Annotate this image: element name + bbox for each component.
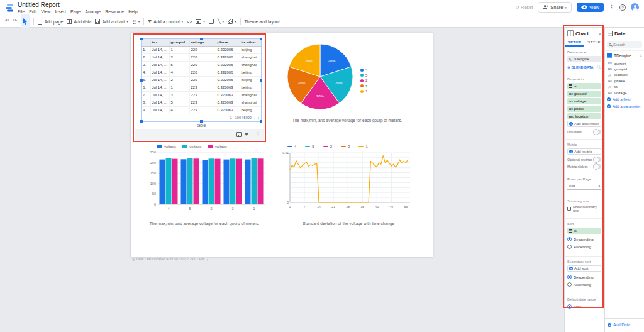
bar-5-s1[interactable] <box>187 158 193 204</box>
add-control-button[interactable]: Add a control▾ <box>148 19 183 24</box>
field-groupid[interactable]: 123groupid <box>605 66 644 72</box>
pie-chart[interactable]: 20%20%20%20%20% 45231 The max,min, and a… <box>279 39 416 123</box>
auto-radio[interactable] <box>567 304 572 309</box>
bar-2-s2[interactable] <box>215 159 221 204</box>
field-ts[interactable]: ◷ts <box>605 84 644 90</box>
table-chart[interactable]: ⋮ ts ▾groupidvoltagephaselocation 1.Jul … <box>142 39 261 121</box>
community-visualizations-button[interactable]: ▾ <box>132 19 140 24</box>
menu-page[interactable]: Page <box>70 9 80 14</box>
optional-metrics-toggle[interactable] <box>593 157 601 162</box>
bar-5-s2[interactable] <box>194 158 199 204</box>
bar-3-s2[interactable] <box>236 159 242 204</box>
table-header-location[interactable]: location <box>240 39 261 46</box>
bar-1-s1[interactable] <box>252 158 257 204</box>
bar-4-s0[interactable] <box>160 160 165 204</box>
add-line-button[interactable]: ╲▾ <box>218 19 224 24</box>
menu-insert[interactable]: Insert <box>55 9 66 14</box>
selection-handle[interactable] <box>140 79 143 82</box>
add-image-button[interactable]: ▾ <box>196 19 205 24</box>
selection-handle[interactable] <box>260 38 262 40</box>
descending-radio[interactable] <box>567 237 572 241</box>
bar-chart[interactable]: voltagevoltagevoltage 050100150200250452… <box>142 145 267 226</box>
menu-resource[interactable]: Resource <box>105 9 124 14</box>
dimension-chip-location[interactable]: ABClocation <box>567 113 601 119</box>
avatar[interactable] <box>631 3 639 11</box>
more-options-icon[interactable]: ⋮ <box>609 4 614 10</box>
table-header-voltage[interactable]: voltage <box>189 39 216 46</box>
dimension-chip-groupid[interactable]: 123groupid <box>567 91 601 97</box>
blend-data-link[interactable]: ⊕BLEND DATAⓘ <box>567 64 601 70</box>
dimension-chip-voltage[interactable]: 123voltage <box>567 98 601 104</box>
view-button[interactable]: View <box>577 3 604 12</box>
help-icon[interactable]: ? <box>619 4 626 11</box>
tab-style[interactable]: STYLE <box>584 38 604 47</box>
field-location[interactable]: ◎location <box>605 72 644 78</box>
table-options-kebab-icon[interactable]: ⋮ <box>265 35 270 41</box>
summary-row-checkbox[interactable] <box>567 207 571 211</box>
report-page[interactable]: ⋮ ts ▾groupidvoltagephaselocation 1.Jul … <box>131 33 433 257</box>
reset-button[interactable]: ↺Reset <box>515 4 533 10</box>
menu-edit[interactable]: Edit <box>29 9 36 14</box>
menu-arrange[interactable]: Arrange <box>85 9 101 14</box>
select-cursor-tool[interactable] <box>21 14 30 28</box>
chevron-down-icon[interactable]: ∨ <box>599 31 601 36</box>
add-chart-button[interactable]: Add a chart▾ <box>95 19 128 24</box>
table-header-groupid[interactable]: groupid <box>169 39 189 46</box>
widget-kebab-icon[interactable]: ⋮ <box>255 131 261 137</box>
selection-handle[interactable] <box>200 120 203 123</box>
add-metric-button[interactable]: +Add metric <box>567 148 601 155</box>
add-a-field-link[interactable]: +Add a field <box>605 96 644 102</box>
add-shape-button[interactable]: ▾ <box>228 19 236 24</box>
bar-2-s0[interactable] <box>203 160 208 204</box>
bar-1-s0[interactable] <box>245 160 251 204</box>
share-button[interactable]: Share▾ <box>538 2 572 13</box>
menu-view[interactable]: View <box>41 9 50 14</box>
sort-field-chip[interactable]: ts <box>567 228 601 234</box>
ascending-radio[interactable] <box>567 282 572 287</box>
next-page-icon[interactable]: › <box>258 116 259 120</box>
field-search-input[interactable]: Search <box>607 41 642 48</box>
theme-and-layout-button[interactable]: Theme and layout <box>245 19 280 24</box>
collapse-fields-icon[interactable]: ⇅ <box>639 53 642 58</box>
add-text-button[interactable] <box>209 19 214 24</box>
info-icon[interactable]: ⓘ <box>597 64 601 70</box>
prev-page-icon[interactable]: ‹ <box>254 116 255 119</box>
looker-studio-logo[interactable] <box>5 3 14 13</box>
rows-per-page-select[interactable]: 100▾ <box>567 183 601 190</box>
add-a-parameter-link[interactable]: +Add a parameter <box>605 102 644 109</box>
line-chart[interactable]: 45231 07142128354249560.010 Standard dev… <box>280 145 417 226</box>
add-sort-button[interactable]: +Add sort <box>567 265 601 272</box>
dimension-chip-ts[interactable]: ts <box>567 83 601 89</box>
redo-icon[interactable]: ↷ <box>13 19 18 24</box>
add-dimension-button[interactable]: +Add dimension <box>567 121 601 127</box>
add-data-button[interactable]: +Add Data <box>605 318 644 332</box>
chart-panel-header[interactable]: Chart ∨ <box>565 28 604 38</box>
bar-1-s2[interactable] <box>258 158 264 204</box>
edit-pencil-icon[interactable]: ✎ <box>569 57 572 62</box>
selection-handle[interactable] <box>200 38 203 40</box>
field-current[interactable]: 123current <box>605 60 644 66</box>
chart-type-icon[interactable] <box>236 132 242 137</box>
ascending-radio[interactable] <box>567 245 572 249</box>
undo-icon[interactable]: ↶ <box>5 19 9 24</box>
bar-4-s1[interactable] <box>166 158 172 204</box>
bar-3-s0[interactable] <box>224 160 230 204</box>
add-page-button[interactable]: Add page <box>38 19 63 25</box>
menu-help[interactable]: Help <box>128 9 137 14</box>
descending-radio[interactable] <box>567 275 572 279</box>
data-source-row[interactable]: TDengine ⇅ <box>605 50 644 60</box>
bar-5-s0[interactable] <box>181 159 187 204</box>
drill-down-toggle[interactable] <box>593 130 601 134</box>
table-header-ts[interactable]: ts ▾ <box>150 39 169 46</box>
data-source-chip[interactable]: ✎TDengine <box>567 56 601 62</box>
selection-handle[interactable] <box>140 38 143 40</box>
selection-handle[interactable] <box>260 79 262 82</box>
bar-2-s1[interactable] <box>209 158 214 204</box>
selection-handle[interactable] <box>140 120 143 123</box>
filter-icon[interactable] <box>245 133 248 136</box>
table-header-phase[interactable]: phase <box>216 39 240 46</box>
embed-url-button[interactable]: <> <box>187 19 192 24</box>
field-voltage[interactable]: 123voltage <box>605 90 644 96</box>
tab-setup[interactable]: SETUP <box>565 38 584 47</box>
metric-sliders-toggle[interactable] <box>593 164 601 169</box>
